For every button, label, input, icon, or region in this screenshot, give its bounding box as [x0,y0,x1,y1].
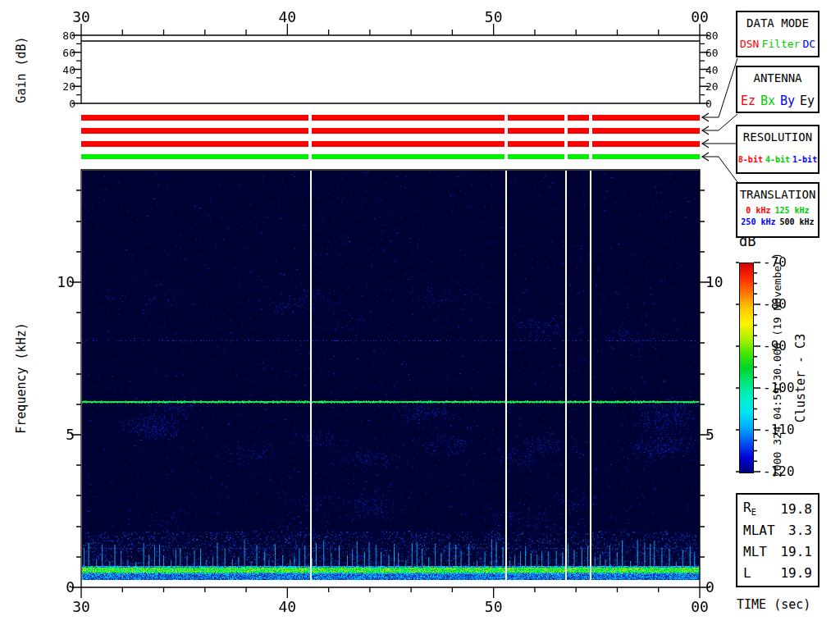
colorbar-tick-label: -110 [763,423,795,436]
colorbar-tick-label: -90 [763,340,787,353]
data-gap [308,141,312,147]
data-gap [504,128,508,134]
gain-tick-label-left: 0 [69,98,75,109]
freq-tick-label-left: 5 [66,427,75,442]
arrowhead-icon [702,113,709,121]
gain-tick-label-right: 60 [705,47,719,57]
gain-tick-label-left: 80 [62,30,75,41]
antenna-box: ANTENNA EzBxByEy [736,66,819,113]
colorbar-tick-label: -120 [763,465,795,478]
data-mode-box: DATA MODE DSNFilterDC [736,11,819,57]
ephemeris-row: RE19.8 [737,498,818,519]
time-tick-label-top: 50 [485,10,503,25]
data-gap [564,141,568,147]
gain-tick-label-right: 0 [705,98,712,109]
arrowhead-icon [702,139,709,148]
option-0-khz: 0 kHz [746,206,770,215]
option-dsn: DSN [740,38,759,50]
resolution-options: 8-bit4-bit1-bit [737,155,818,164]
data-gap [564,128,568,134]
status-bar-resolution [81,141,700,147]
option-4-bit: 4-bit [765,155,790,164]
gain-tick-label-right: 80 [705,30,719,41]
antenna-title: ANTENNA [737,71,818,84]
status-bar-antenna [81,128,700,134]
ephemeris-row: MLAT3.3 [737,519,818,541]
data-gap [308,154,312,159]
timestamp-label: 2000 324 04:59:30.000 (19 November) [772,253,783,477]
data-gap [308,115,312,121]
option-by: By [780,94,795,108]
option-125-khz: 125 kHz [774,206,809,215]
arrowhead-icon [702,126,709,135]
time-tick-label-bottom: 50 [485,600,503,614]
connector-antenna [702,114,737,130]
gain-tick-label-left: 20 [62,81,75,92]
data-gap [504,115,508,121]
wbd-summary-plot: Gain (dB) Frequency (kHz) dB 2000 324 04… [0,0,840,630]
antenna-options: EzBxByEy [737,94,818,108]
gain-axis-label: Gain (dB) [16,36,28,103]
gain-tick-label-left: 40 [62,64,75,75]
data-gap [504,141,508,147]
ephemeris-value: 19.8 [780,501,812,517]
freq-tick-label-right: 5 [705,427,714,442]
gain-tick-label-right: 40 [705,64,719,75]
gain-tick-label-left: 60 [62,47,75,57]
connector-translation [702,157,737,182]
time-axis-label: TIME (sec) [737,599,810,611]
data-mode-title: DATA MODE [737,16,818,30]
colorbar-tick-label: -100 [763,381,795,395]
option-ey: Ey [800,94,815,108]
spectrogram-canvas [82,171,700,580]
option-bx: Bx [760,94,775,108]
freq-tick-label-left: 10 [57,275,75,290]
data-mode-options: DSNFilterDC [737,38,818,50]
ephemeris-value: 19.9 [780,565,812,581]
colorbar-tick-label: -70 [763,256,787,269]
data-gap [504,154,508,159]
ephemeris-label: L [743,565,751,581]
time-tick-label-top: 40 [278,10,296,25]
ephemeris-value: 19.1 [780,544,812,559]
time-tick-label-top: 30 [72,10,90,25]
option-1-bit: 1-bit [792,155,817,164]
data-gap [564,154,568,159]
data-gap [589,128,592,134]
freq-tick-label-right: 10 [705,275,724,290]
option-8-bit: 8-bit [738,155,763,164]
option-ez: Ez [741,94,756,108]
ephemeris-label: RE [743,500,756,517]
gain-panel-frame [81,35,700,103]
time-tick-label-bottom: 00 [691,600,709,614]
status-bar-data-mode [81,115,700,121]
data-gap [589,154,592,159]
option-filter: Filter [761,38,800,50]
gain-tick-label-right: 20 [705,81,719,92]
data-gap [589,141,592,147]
ephemeris-label: MLT [743,544,767,559]
option-dc: DC [802,38,815,50]
ephemeris-value: 3.3 [788,523,812,538]
freq-tick-label-left: 0 [66,580,75,595]
ephemeris-label: MLAT [743,523,775,538]
status-bar-translation [81,154,700,159]
time-tick-label-top: 00 [691,10,709,25]
colorbar-tick-label: -80 [763,298,787,311]
resolution-title: RESOLUTION [737,130,818,144]
resolution-box: RESOLUTION 8-bit4-bit1-bit [736,125,819,174]
ephemeris-box: RE19.8MLAT3.3MLT19.1L19.9 [736,493,819,587]
time-tick-label-bottom: 40 [278,600,296,614]
colorbar [739,262,754,473]
translation-box: TRANSLATION 0 kHz125 kHz250 kHz500 kHz [736,182,819,238]
frequency-axis-label: Frequency (kHz) [16,322,28,433]
data-gap [589,115,592,121]
data-gap [564,115,568,121]
translation-title: TRANSLATION [737,188,818,201]
spacecraft-label: Cluster - C3 [795,334,807,422]
time-tick-label-bottom: 30 [72,600,90,614]
option-250-khz: 250 kHz [741,217,775,226]
freq-tick-label-right: 0 [705,580,714,595]
option-500-khz: 500 kHz [780,217,815,226]
arrowhead-icon [702,153,709,161]
